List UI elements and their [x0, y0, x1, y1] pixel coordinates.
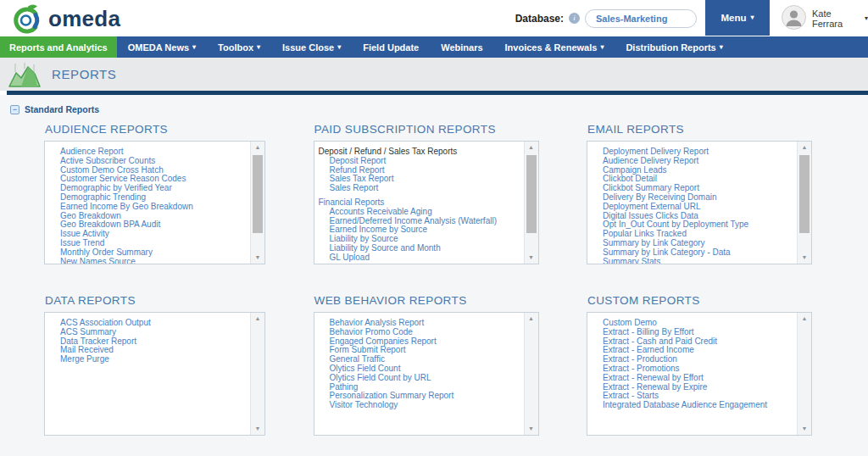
report-link[interactable]: Earned Income By Geo Breakdown: [45, 203, 244, 212]
report-link[interactable]: Issue Trend: [45, 239, 244, 248]
nav-item-toolbox[interactable]: Toolbox ▾: [207, 36, 271, 58]
database-input[interactable]: Sales-Marketing: [585, 9, 697, 28]
report-link[interactable]: Summary by Link Category: [587, 239, 791, 248]
report-link[interactable]: Liability by Source: [314, 235, 518, 244]
scroll-up-icon[interactable]: ▲: [798, 313, 811, 325]
nav-item-label: Reports and Analytics: [9, 42, 108, 53]
section-title: WEB BEHAVIOR REPORTS: [314, 294, 539, 307]
report-link[interactable]: Extract - Billing By Effort: [587, 328, 791, 337]
scroll-up-icon[interactable]: ▲: [251, 142, 264, 153]
report-link[interactable]: Popular Links Tracked: [587, 230, 791, 239]
scroll-thumb[interactable]: [526, 155, 537, 233]
report-link[interactable]: Monthly Order Summary: [45, 248, 244, 258]
report-link[interactable]: Olytics Field Count: [314, 364, 518, 374]
scroll-up-icon[interactable]: ▲: [525, 142, 538, 153]
report-link[interactable]: Sales Report: [314, 184, 518, 193]
nav-item-distribution-reports[interactable]: Distribution Reports ▾: [615, 36, 733, 58]
nav-item-invoices-renewals[interactable]: Invoices & Renewals ▾: [494, 36, 615, 58]
report-link[interactable]: Accounts Receivable Aging: [314, 208, 518, 217]
scroll-down-icon[interactable]: ▼: [525, 423, 538, 435]
scroll-thumb[interactable]: [799, 155, 810, 233]
report-link[interactable]: Custom Demo Cross Hatch: [45, 166, 244, 175]
omeda-logo[interactable]: omeda: [10, 3, 120, 35]
collapse-minus-icon[interactable]: −: [10, 105, 19, 114]
report-link[interactable]: Extract - Starts: [587, 392, 791, 401]
scroll-down-icon[interactable]: ▼: [525, 252, 538, 264]
scroll-up-icon[interactable]: ▲: [525, 313, 538, 325]
report-link[interactable]: Deployment Delivery Report: [587, 147, 791, 157]
nav-item-omeda-news[interactable]: OMEDA News ▾: [117, 36, 207, 58]
scrollbar[interactable]: ▲ ▼: [524, 142, 538, 264]
scroll-down-icon[interactable]: ▼: [251, 252, 264, 264]
scroll-up-icon[interactable]: ▲: [798, 142, 811, 153]
nav-item-issue-close[interactable]: Issue Close ▾: [271, 36, 352, 58]
report-link[interactable]: Issue Activity: [45, 230, 244, 239]
report-link[interactable]: Geo Breakdown BPA Audit: [45, 220, 244, 230]
report-link[interactable]: GL Upload: [314, 253, 518, 263]
report-link[interactable]: Active Subscriber Counts: [45, 157, 244, 166]
report-link[interactable]: Refund Report: [314, 166, 518, 175]
report-link[interactable]: Pathing: [314, 383, 518, 392]
report-link[interactable]: Demographic by Verified Year: [45, 184, 244, 193]
report-link[interactable]: Opt In_Out Count by Deployment Type: [587, 220, 791, 230]
scrollbar[interactable]: ▲ ▼: [797, 142, 811, 264]
menu-button[interactable]: Menu ▾: [705, 0, 770, 36]
info-icon[interactable]: i: [569, 13, 580, 24]
scroll-down-icon[interactable]: ▼: [798, 423, 811, 435]
nav-item-field-update[interactable]: Field Update: [352, 36, 430, 58]
report-link[interactable]: Visitor Technology: [314, 401, 518, 410]
report-link[interactable]: Engaged Companies Report: [314, 337, 518, 347]
report-link[interactable]: Earned/Deferred Income Analysis (Waterfa…: [314, 217, 518, 226]
nav-item-webinars[interactable]: Webinars: [430, 36, 493, 58]
report-link[interactable]: Customer Service Reason Codes: [45, 175, 244, 184]
report-link[interactable]: Delivery By Receiving Domain: [587, 193, 791, 203]
scrollbar[interactable]: ▲ ▼: [250, 313, 264, 435]
user-menu[interactable]: Kate Ferrara ▾: [776, 0, 868, 36]
report-link[interactable]: Sales Tax Report: [314, 175, 518, 184]
report-link[interactable]: Merge Purge: [45, 355, 244, 364]
report-link[interactable]: Digital Issues Clicks Data: [587, 212, 791, 221]
scrollbar[interactable]: ▲ ▼: [524, 313, 538, 435]
scroll-down-icon[interactable]: ▼: [798, 252, 811, 264]
report-link[interactable]: Integrated Database Audience Engagement: [587, 401, 791, 410]
report-link[interactable]: Custom Demo: [587, 319, 791, 328]
report-link[interactable]: Olytics Field Count by URL: [314, 374, 518, 383]
report-link[interactable]: General Traffic: [314, 355, 518, 364]
report-link[interactable]: Summary Stats: [587, 258, 791, 264]
report-link[interactable]: ACS Summary: [45, 328, 244, 337]
report-link[interactable]: Personalization Summary Report: [314, 392, 518, 401]
report-link[interactable]: Extract - Production: [587, 355, 791, 364]
report-link[interactable]: Summary by Link Category - Data: [587, 248, 791, 258]
report-link[interactable]: Liability by Source and Month: [314, 244, 518, 253]
nav-item-reports-and-analytics[interactable]: Reports and Analytics: [0, 36, 117, 58]
standard-reports-toggle[interactable]: − Standard Reports: [10, 104, 99, 114]
report-link[interactable]: Behavior Promo Code: [314, 328, 518, 337]
scroll-thumb[interactable]: [253, 155, 263, 233]
report-link[interactable]: Extract - Renewal by Expire: [587, 383, 791, 392]
section-paid-subscription-reports: PAID SUBSCRIPTION REPORTS Deposit / Refu…: [314, 121, 539, 264]
report-link[interactable]: Clickbot Summary Report: [587, 184, 791, 193]
report-link[interactable]: Extract - Cash and Paid Credit: [587, 337, 791, 347]
scroll-down-icon[interactable]: ▼: [251, 423, 264, 435]
report-link[interactable]: Mail Received: [45, 346, 244, 355]
report-link[interactable]: Deployment External URL: [587, 203, 791, 212]
report-link[interactable]: Extract - Promotions: [587, 364, 791, 374]
scrollbar[interactable]: ▲ ▼: [250, 142, 264, 264]
report-link[interactable]: Clickbot Detail: [587, 175, 791, 184]
scroll-up-icon[interactable]: ▲: [251, 313, 264, 325]
report-link[interactable]: Extract - Earned Income: [587, 346, 791, 355]
report-link[interactable]: Audience Delivery Report: [587, 157, 791, 166]
report-link[interactable]: Audience Report: [45, 147, 244, 157]
report-link[interactable]: Earned Income by Source: [314, 225, 518, 235]
report-link[interactable]: Behavior Analysis Report: [314, 319, 518, 328]
report-link[interactable]: Deposit Report: [314, 157, 518, 166]
report-link[interactable]: Form Submit Report: [314, 346, 518, 355]
report-link[interactable]: Data Tracker Report: [45, 337, 244, 347]
report-link[interactable]: Campaign Leads: [587, 166, 791, 175]
report-link[interactable]: Demographic Trending: [45, 193, 244, 203]
report-link[interactable]: ACS Association Output: [45, 319, 244, 328]
report-link[interactable]: New Names Source: [45, 258, 244, 264]
scrollbar[interactable]: ▲ ▼: [797, 313, 811, 435]
report-link[interactable]: Extract - Renewal by Effort: [587, 374, 791, 383]
report-link[interactable]: Geo Breakdown: [45, 212, 244, 221]
